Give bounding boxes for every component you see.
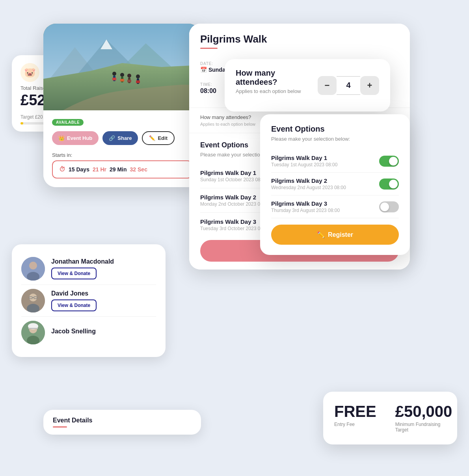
popup-toggle-2[interactable]	[379, 178, 399, 190]
participant-name-david: David Jones	[51, 290, 156, 297]
option-info-3: Pilgrims Walk Day 3 Tuesday 3rd October …	[200, 218, 270, 231]
attendees-popup-sub: Applies to each option below	[236, 88, 318, 94]
target-sub: Minimum Fundraising Target	[395, 422, 452, 433]
stepper-value: 4	[337, 76, 360, 95]
svg-rect-14	[127, 80, 131, 82]
svg-point-19	[29, 262, 37, 270]
event-details-underline	[53, 426, 67, 428]
svg-point-12	[127, 74, 131, 78]
popup-option-date-1: Tuesday 1st August 2023 08:00	[271, 162, 337, 167]
option-name-1: Pilgrims Walk Day 1	[200, 169, 267, 176]
edit-icon: ✏️	[149, 135, 155, 141]
popup-option-row-1: Pilgrims Walk Day 1 Tuesday 1st August 2…	[271, 150, 399, 173]
view-donate-david[interactable]: View & Donate	[51, 299, 97, 311]
stepper-plus[interactable]: +	[360, 76, 379, 95]
popup-option-info-2: Pilgrims Walk Day 2 Wednesday 2nd August…	[271, 177, 346, 190]
option-info-2: Pilgrims Walk Day 2 Monday 2nd October 2…	[200, 194, 269, 207]
participant-name-jacob: Jacob Snelling	[51, 328, 156, 335]
options-popup: Event Options Please make your selection…	[260, 114, 410, 255]
popup-option-name-3: Pilgrims Walk Day 3	[271, 200, 340, 207]
event-details-title: Event Details	[53, 417, 192, 424]
register-button-popup[interactable]: ✏️ Register	[271, 225, 399, 245]
phone-body: AVAILABLE 👑 Event Hub 🔗 Share ✏️ Edit St…	[43, 110, 201, 187]
attendees-popup-row: How many attendees? Applies to each opti…	[236, 69, 379, 102]
event-title-underline	[200, 48, 218, 49]
svg-point-6	[112, 72, 116, 76]
popup-option-date-2: Wednesday 2nd August 2023 08:00	[271, 185, 346, 190]
phone-card: AVAILABLE 👑 Event Hub 🔗 Share ✏️ Edit St…	[43, 24, 201, 187]
target-section: £50,000 Minimum Fundraising Target	[395, 403, 452, 433]
svg-point-15	[136, 74, 140, 78]
avatar-david	[21, 289, 45, 312]
hours-value: 21 Hr	[93, 166, 106, 173]
clock-icon: ⏱	[59, 166, 65, 173]
available-badge: AVAILABLE	[52, 119, 84, 126]
participant-info-david: David Jones View & Donate	[51, 290, 156, 311]
participant-info-jonathan: Jonathan Macdonald View & Donate	[51, 258, 156, 279]
seconds-value: 32 Sec	[130, 166, 147, 173]
minutes-value: 29 Min	[110, 166, 127, 173]
entry-fee-sub: Entry Fee	[334, 422, 376, 427]
option-date-3: Tuesday 3rd October 2023 08:00	[200, 226, 270, 231]
free-card-row: FREE Entry Fee £50,000 Minimum Fundraisi…	[334, 403, 446, 433]
free-target-card: FREE Entry Fee £50,000 Minimum Fundraisi…	[323, 392, 457, 444]
event-hub-button[interactable]: 👑 Event Hub	[52, 131, 99, 145]
options-popup-title: Event Options	[271, 125, 399, 134]
attendees-popup-title: How many attendees?	[236, 69, 318, 87]
attendees-stepper: − 4 +	[318, 76, 379, 95]
popup-option-name-1: Pilgrims Walk Day 1	[271, 154, 337, 161]
svg-rect-8	[112, 78, 116, 80]
option-name-2: Pilgrims Walk Day 2	[200, 194, 269, 201]
edit-button[interactable]: ✏️ Edit	[142, 131, 175, 145]
popup-option-row-2: Pilgrims Walk Day 2 Wednesday 2nd August…	[271, 173, 399, 195]
participant-row: David Jones View & Donate	[21, 285, 156, 317]
days-value: 15 Days	[69, 166, 89, 173]
option-info-1: Pilgrims Walk Day 1 Sunday 1st October 2…	[200, 169, 267, 182]
view-donate-jonathan[interactable]: View & Donate	[51, 268, 97, 279]
starts-in-label: Starts in:	[52, 152, 192, 158]
entry-fee-section: FREE Entry Fee	[334, 403, 376, 427]
svg-rect-11	[120, 79, 124, 82]
popup-option-name-2: Pilgrims Walk Day 2	[271, 177, 346, 184]
popup-option-date-3: Thursday 3rd August 2023 08:00	[271, 208, 340, 213]
attendees-popup: How many attendees? Applies to each opti…	[225, 59, 390, 112]
event-title: Pilgrims Walk	[200, 33, 399, 45]
free-label: FREE	[334, 403, 376, 419]
progress-bar-fill	[20, 122, 23, 125]
stepper-minus[interactable]: −	[318, 76, 337, 95]
avatar-jonathan	[21, 257, 45, 281]
svg-rect-17	[136, 80, 140, 83]
popup-option-row-3: Pilgrims Walk Day 3 Thursday 3rd August …	[271, 195, 399, 218]
share-button[interactable]: 🔗 Share	[102, 131, 138, 145]
svg-rect-31	[28, 328, 38, 329]
event-details-card: Event Details	[43, 410, 201, 435]
participant-row: Jacob Snelling	[21, 317, 156, 348]
popup-option-info-1: Pilgrims Walk Day 1 Tuesday 1st August 2…	[271, 154, 337, 167]
event-header: Pilgrims Walk	[189, 24, 410, 49]
participant-row: Jonathan Macdonald View & Donate	[21, 253, 156, 285]
options-popup-sub: Please make your selection below:	[271, 136, 399, 142]
popup-option-info-3: Pilgrims Walk Day 3 Thursday 3rd August …	[271, 200, 340, 213]
option-name-3: Pilgrims Walk Day 3	[200, 218, 270, 225]
share-icon: 🔗	[109, 135, 115, 141]
popup-toggle-1[interactable]	[379, 156, 399, 167]
pencil-register-icon: ✏️	[317, 231, 325, 238]
participant-info-jacob: Jacob Snelling	[51, 328, 156, 337]
participant-name-jonathan: Jonathan Macdonald	[51, 258, 156, 265]
popup-toggle-3[interactable]	[379, 201, 399, 212]
option-date-1: Sunday 1st October 2023 08:00	[200, 177, 267, 182]
target-amount: £50,000	[395, 403, 452, 419]
avatar-jacob	[21, 321, 45, 344]
attendees-popup-text: How many attendees? Applies to each opti…	[236, 69, 318, 102]
piggy-bank-icon: 🐷	[20, 63, 39, 82]
countdown-timer: ⏱ 15 Days 21 Hr 29 Min 32 Sec	[52, 160, 192, 178]
crown-icon: 👑	[58, 135, 65, 141]
action-buttons: 👑 Event Hub 🔗 Share ✏️ Edit	[52, 131, 192, 145]
calendar-icon: 📅	[200, 67, 208, 73]
participants-card: Jonathan Macdonald View & Donate David J…	[12, 244, 166, 357]
hero-image	[43, 24, 201, 110]
option-date-2: Monday 2nd October 2023 08:00	[200, 201, 269, 207]
svg-point-9	[120, 73, 124, 77]
